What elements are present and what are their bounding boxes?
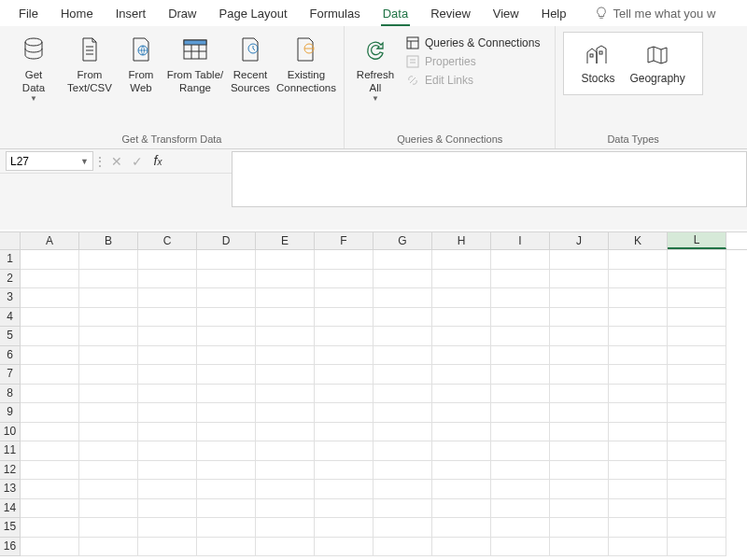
cell[interactable] xyxy=(609,461,668,481)
cell[interactable] xyxy=(432,480,491,499)
cell[interactable] xyxy=(374,423,432,442)
cell[interactable] xyxy=(432,288,491,308)
cell[interactable] xyxy=(491,308,550,328)
cell[interactable] xyxy=(197,499,256,519)
cell[interactable] xyxy=(21,403,79,423)
column-header[interactable]: E xyxy=(256,232,315,249)
cell[interactable] xyxy=(550,327,609,346)
cell[interactable] xyxy=(256,288,315,308)
cell[interactable] xyxy=(256,499,315,519)
cell[interactable] xyxy=(550,441,609,461)
cell[interactable] xyxy=(668,270,726,289)
cell[interactable] xyxy=(491,385,550,404)
cell[interactable] xyxy=(21,499,79,519)
cell[interactable] xyxy=(21,365,79,385)
cell[interactable] xyxy=(550,499,609,519)
cell[interactable] xyxy=(668,403,726,423)
row-header[interactable]: 7 xyxy=(0,365,21,385)
cell[interactable] xyxy=(491,250,550,270)
column-header[interactable]: C xyxy=(138,232,197,249)
cell[interactable] xyxy=(609,518,668,538)
cell[interactable] xyxy=(21,461,79,481)
cell[interactable] xyxy=(315,461,374,481)
cell[interactable] xyxy=(609,499,668,519)
cell[interactable] xyxy=(256,518,315,538)
cell[interactable] xyxy=(315,518,374,538)
cell[interactable] xyxy=(197,270,256,289)
cell[interactable] xyxy=(197,250,256,270)
column-header[interactable]: I xyxy=(491,232,550,249)
cell[interactable] xyxy=(138,365,197,385)
cell[interactable] xyxy=(138,423,197,442)
tab-view[interactable]: View xyxy=(482,3,530,24)
cell[interactable] xyxy=(315,441,374,461)
column-header[interactable]: D xyxy=(197,232,256,249)
existing-connections-button[interactable]: Existing Connections xyxy=(275,28,338,94)
cell[interactable] xyxy=(197,441,256,461)
cell[interactable] xyxy=(138,403,197,423)
cell[interactable] xyxy=(374,461,432,481)
cell[interactable] xyxy=(609,441,668,461)
cell[interactable] xyxy=(374,403,432,423)
cell[interactable] xyxy=(550,518,609,538)
cell[interactable] xyxy=(550,270,609,289)
cell[interactable] xyxy=(256,461,315,481)
cell[interactable] xyxy=(256,250,315,270)
cell[interactable] xyxy=(256,270,315,289)
column-header[interactable]: B xyxy=(79,232,138,249)
cell[interactable] xyxy=(550,423,609,442)
cell[interactable] xyxy=(197,461,256,481)
cell[interactable] xyxy=(432,250,491,270)
cell[interactable] xyxy=(79,365,138,385)
cell[interactable] xyxy=(609,423,668,442)
cell[interactable] xyxy=(21,480,79,499)
cell[interactable] xyxy=(491,346,550,366)
row-header[interactable]: 9 xyxy=(0,403,21,423)
cell[interactable] xyxy=(315,480,374,499)
dropdown-caret-icon[interactable]: ▼ xyxy=(80,157,89,166)
cell[interactable] xyxy=(668,346,726,366)
cell[interactable] xyxy=(315,499,374,519)
cell[interactable] xyxy=(79,250,138,270)
cell[interactable] xyxy=(550,346,609,366)
cell[interactable] xyxy=(315,385,374,404)
cell[interactable] xyxy=(138,270,197,289)
cell[interactable] xyxy=(491,403,550,423)
row-header[interactable]: 15 xyxy=(0,518,21,538)
column-header[interactable]: K xyxy=(609,232,668,249)
row-header[interactable]: 14 xyxy=(0,499,21,519)
stocks-button[interactable]: Stocks xyxy=(573,38,622,89)
row-header[interactable]: 13 xyxy=(0,480,21,499)
cell[interactable] xyxy=(138,288,197,308)
row-header[interactable]: 5 xyxy=(0,327,21,346)
tab-home[interactable]: Home xyxy=(49,3,105,24)
cell[interactable] xyxy=(550,538,609,557)
cell[interactable] xyxy=(432,308,491,328)
column-header[interactable]: L xyxy=(668,232,726,249)
cell[interactable] xyxy=(609,327,668,346)
cell[interactable] xyxy=(374,480,432,499)
geography-button[interactable]: Geography xyxy=(622,38,692,89)
column-header[interactable]: A xyxy=(21,232,79,249)
cell[interactable] xyxy=(609,403,668,423)
cell[interactable] xyxy=(550,308,609,328)
cell[interactable] xyxy=(138,385,197,404)
cell[interactable] xyxy=(374,288,432,308)
cell[interactable] xyxy=(374,250,432,270)
cell[interactable] xyxy=(374,327,432,346)
cell[interactable] xyxy=(491,499,550,519)
cell[interactable] xyxy=(550,288,609,308)
cell[interactable] xyxy=(550,250,609,270)
row-header[interactable]: 6 xyxy=(0,346,21,366)
cell[interactable] xyxy=(256,423,315,442)
cell[interactable] xyxy=(197,518,256,538)
cell[interactable] xyxy=(138,538,197,557)
cell[interactable] xyxy=(21,327,79,346)
cell[interactable] xyxy=(197,327,256,346)
cell[interactable] xyxy=(432,346,491,366)
row-header[interactable]: 11 xyxy=(0,441,21,461)
cell[interactable] xyxy=(668,538,726,557)
cell[interactable] xyxy=(256,441,315,461)
cell[interactable] xyxy=(491,423,550,442)
cell[interactable] xyxy=(609,346,668,366)
